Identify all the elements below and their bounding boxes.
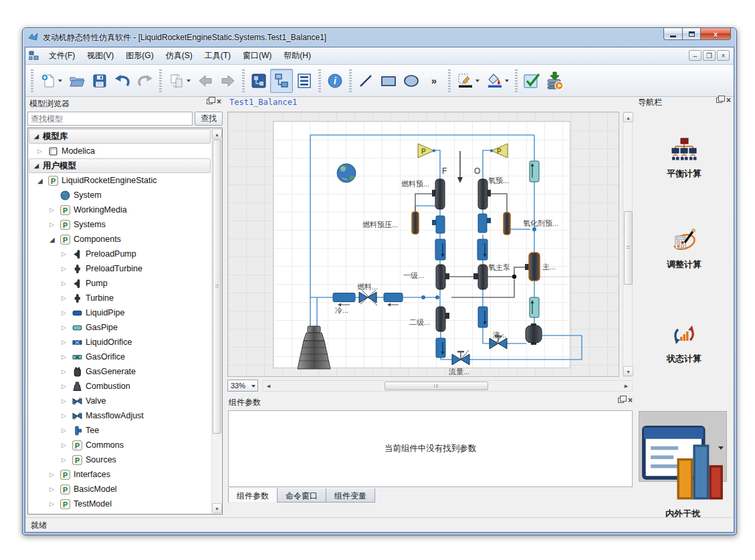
fill-color-dropdown[interactable] xyxy=(505,80,509,82)
tree-item[interactable]: ◢PLiquidRocketEngineStatic xyxy=(28,173,211,188)
menu-item-1[interactable]: 视图(V) xyxy=(81,47,120,64)
expander-icon[interactable]: ▷ xyxy=(62,442,66,448)
tree-item[interactable]: ▷GasOrifice xyxy=(28,349,211,364)
tree-item[interactable]: ▷PBasicModel xyxy=(28,482,211,497)
expander-icon[interactable]: ▷ xyxy=(49,471,54,478)
new-model-button[interactable] xyxy=(36,69,66,93)
tree-item[interactable]: ▷PSources xyxy=(28,452,211,467)
toolbar-grip[interactable] xyxy=(31,69,33,92)
tree-item[interactable]: ▷Tee xyxy=(28,423,211,438)
rect-tool-button[interactable] xyxy=(377,69,400,93)
tab-组件参数[interactable]: 组件参数 xyxy=(228,488,278,503)
mdi-minimize-button[interactable]: – xyxy=(689,50,702,61)
toolbar-grip[interactable] xyxy=(515,69,518,92)
check-model-button[interactable] xyxy=(520,69,543,93)
tree-item[interactable]: ▷GasPipe xyxy=(28,320,211,335)
back-button[interactable] xyxy=(194,69,217,93)
nav-item-调整计算[interactable]: 调整计算 xyxy=(640,228,728,270)
redo-button[interactable] xyxy=(134,69,156,93)
tree-item[interactable]: ▷GasGenerate xyxy=(28,364,211,379)
expander-icon[interactable]: ▷ xyxy=(62,383,66,390)
tree-item[interactable]: ▷PInterfaces xyxy=(28,467,211,482)
tree-item[interactable]: ◢PComponents xyxy=(28,232,211,247)
expander-icon[interactable]: ▷ xyxy=(62,398,66,404)
expander-icon[interactable]: ▷ xyxy=(49,206,54,213)
tree-item[interactable]: ▷PSystems xyxy=(28,217,211,232)
toolbar-grip[interactable] xyxy=(448,69,451,92)
panel-close-icon[interactable]: × xyxy=(628,398,633,403)
expander-icon[interactable]: ▷ xyxy=(49,486,54,493)
new-model-dropdown[interactable] xyxy=(58,80,62,82)
system-globe[interactable] xyxy=(337,164,356,182)
text-view-button[interactable] xyxy=(293,69,316,93)
toolbar-grip[interactable] xyxy=(242,69,245,92)
pen-color-button[interactable] xyxy=(453,69,483,93)
oxidizer-pipe-block[interactable] xyxy=(478,214,491,233)
canvas-tab[interactable]: Test1_Balance1 xyxy=(229,98,297,107)
tree-item[interactable]: ▷PWorkingMedia xyxy=(28,202,211,217)
toolbar-grip[interactable] xyxy=(349,69,352,92)
info-button[interactable]: i xyxy=(324,69,346,93)
canvas-hscrollbar[interactable]: ◀ ▶ xyxy=(262,380,633,392)
oxidizer-preload-turbine[interactable] xyxy=(504,213,510,235)
open-button[interactable] xyxy=(66,69,88,93)
toolbar-grip[interactable] xyxy=(159,69,162,92)
oxidizer-main-pump[interactable] xyxy=(473,265,488,289)
tree-item[interactable]: ▷PCommons xyxy=(28,438,211,452)
tree-scrollbar[interactable]: ▲ ▼ xyxy=(211,129,221,513)
pen-color-dropdown[interactable] xyxy=(475,80,479,82)
line-tool-button[interactable] xyxy=(354,69,377,93)
tree-item[interactable]: ▷PreloadPump xyxy=(28,247,211,261)
expander-icon[interactable]: ◢ xyxy=(49,236,55,243)
expander-icon[interactable]: ▷ xyxy=(62,265,66,272)
zoom-select[interactable]: 33% xyxy=(227,380,258,392)
tree-item[interactable]: ▷LiquidPipe xyxy=(28,305,211,320)
panel-close-icon[interactable]: × xyxy=(217,99,221,104)
expander-icon[interactable]: ▷ xyxy=(62,280,66,287)
tree-item[interactable]: ▷Valve xyxy=(28,394,211,408)
tab-命令窗口[interactable]: 命令窗口 xyxy=(277,488,326,503)
ellipse-tool-button[interactable] xyxy=(400,69,423,93)
minimize-button[interactable] xyxy=(663,28,683,40)
expander-icon[interactable]: ▷ xyxy=(49,501,54,507)
panel-float-icon[interactable] xyxy=(207,99,213,104)
model-view-button[interactable] xyxy=(247,69,270,93)
mdi-restore-button[interactable]: ❐ xyxy=(703,50,716,61)
search-input[interactable] xyxy=(27,112,193,126)
fill-color-button[interactable] xyxy=(483,69,512,93)
panel-close-icon[interactable]: × xyxy=(726,98,731,103)
expander-icon[interactable]: ▷ xyxy=(49,221,54,228)
expander-icon[interactable]: ▷ xyxy=(62,412,66,419)
oxidizer-pressure-source[interactable]: P xyxy=(490,144,508,158)
oxidizer-pipe-down[interactable] xyxy=(477,239,488,260)
tab-组件变量[interactable]: 组件变量 xyxy=(326,488,375,503)
gas-generator[interactable] xyxy=(526,323,542,345)
fuel-pressure-source[interactable]: P xyxy=(418,144,435,158)
forward-button[interactable] xyxy=(217,69,239,93)
panel-float-icon[interactable] xyxy=(618,398,624,403)
menu-item-6[interactable]: 帮助(H) xyxy=(278,47,317,64)
fuel-pipe-block[interactable] xyxy=(432,216,445,233)
menu-item-5[interactable]: 窗口(W) xyxy=(237,47,278,64)
tree-item[interactable]: ▷MassflowAdjust xyxy=(28,408,211,423)
duplicate-button[interactable] xyxy=(165,69,194,93)
search-button[interactable]: 查找 xyxy=(195,112,223,126)
canvas-viewport[interactable]: P P xyxy=(227,112,619,377)
toolbar-overflow-button[interactable]: » xyxy=(423,69,445,93)
fuel-preload-pump[interactable] xyxy=(432,179,445,209)
toolbar-grip[interactable] xyxy=(318,69,321,92)
expander-icon[interactable]: ▷ xyxy=(62,354,66,360)
tree-item[interactable]: ▷PTestModel xyxy=(28,497,211,511)
title-bar[interactable]: 发动机静态特性仿真软件 - [LiquidRocketEngineStatic.… xyxy=(23,28,736,47)
tree-item[interactable]: ▷Modelica xyxy=(28,144,211,158)
tree-item[interactable]: ▷PreloadTurbine xyxy=(28,261,211,276)
tree-group-2[interactable]: ◢用户模型 xyxy=(29,158,211,173)
panel-float-icon[interactable] xyxy=(716,98,722,103)
nav-item-内外干扰因素分析[interactable]: 内外干扰因素分析 xyxy=(639,411,727,482)
tree-item[interactable]: ▷Pump xyxy=(28,276,211,291)
expander-icon[interactable]: ▷ xyxy=(62,309,66,316)
expander-icon[interactable]: ▷ xyxy=(37,148,42,154)
duplicate-dropdown[interactable] xyxy=(187,80,191,82)
canvas-scroll-down-icon[interactable]: ▼ xyxy=(623,366,633,376)
scroll-up-icon[interactable]: ▲ xyxy=(212,129,222,139)
